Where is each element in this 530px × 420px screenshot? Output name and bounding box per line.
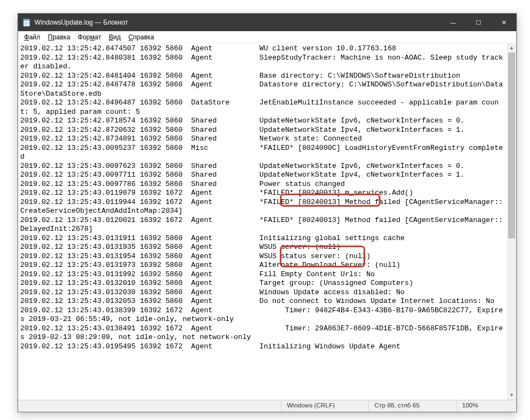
window-title: WindowsUpdate.log — Блокнот — [34, 19, 441, 26]
notepad-window: WindowsUpdate.log — Блокнот — ☐ ✕ Файл П… — [18, 13, 517, 412]
menu-edit[interactable]: Правка — [44, 32, 74, 42]
scrollbar-thumb[interactable] — [508, 52, 515, 238]
minimize-button[interactable]: — — [441, 14, 466, 31]
titlebar[interactable]: WindowsUpdate.log — Блокнот — ☐ ✕ — [18, 14, 516, 31]
content-area: 2019.02.12 13:25:42.8474507 16392 5860 A… — [18, 43, 516, 400]
scroll-down-arrow-icon[interactable]: ▼ — [507, 390, 516, 400]
notepad-icon — [22, 18, 31, 27]
close-button[interactable]: ✕ — [491, 14, 516, 31]
menu-help[interactable]: Справка — [124, 32, 158, 42]
menu-file[interactable]: Файл — [20, 32, 44, 42]
maximize-button[interactable]: ☐ — [466, 14, 491, 31]
text-editor[interactable]: 2019.02.12 13:25:42.8474507 16392 5860 A… — [20, 44, 506, 399]
scrollbar-track[interactable] — [507, 52, 516, 390]
scroll-up-arrow-icon[interactable]: ▲ — [507, 43, 516, 52]
status-position: Стр 88, стлб 65 — [368, 400, 456, 412]
menu-format[interactable]: Формат — [74, 32, 105, 42]
status-zoom: 100% — [456, 400, 516, 412]
statusbar: Windows (CRLF) Стр 88, стлб 65 100% — [18, 400, 516, 412]
menubar: Файл Правка Формат Вид Справка — [18, 31, 516, 43]
statusbar-spacer — [18, 400, 281, 412]
vertical-scrollbar[interactable]: ▲ ▼ — [507, 43, 516, 400]
menu-view[interactable]: Вид — [105, 32, 125, 42]
status-encoding: Windows (CRLF) — [281, 400, 368, 412]
svg-rect-1 — [24, 19, 30, 21]
